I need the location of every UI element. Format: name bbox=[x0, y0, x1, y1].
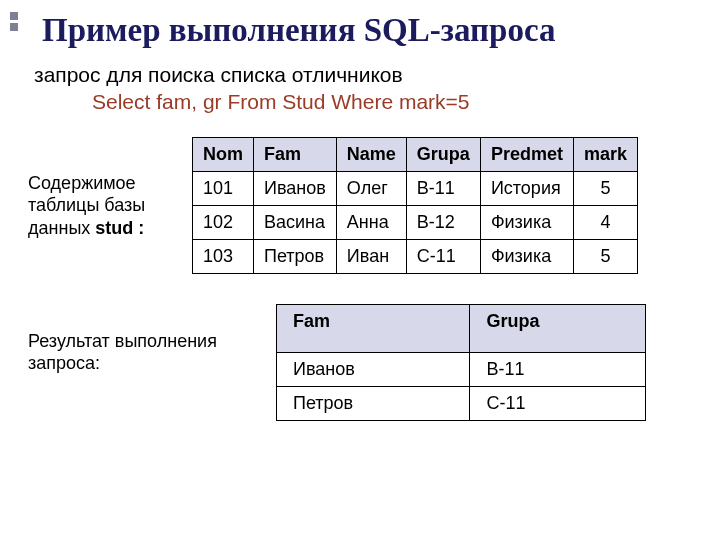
source-table: Nom Fam Name Grupa Predmet mark 101 Иван… bbox=[192, 137, 638, 274]
slide: Пример выполнения SQL-запроса запрос для… bbox=[0, 0, 720, 540]
table-header-row: Nom Fam Name Grupa Predmet mark bbox=[193, 137, 638, 171]
table-row: Иванов В-11 bbox=[277, 352, 646, 386]
result-block: Результат выполнения запроса: Fam Grupa … bbox=[28, 304, 692, 421]
source-label: Содержимое таблицы базы данных stud : bbox=[28, 172, 178, 240]
col-nom: Nom bbox=[193, 137, 254, 171]
col-grupa: Grupa bbox=[406, 137, 480, 171]
result-label: Результат выполнения запроса: bbox=[28, 330, 248, 375]
intro-text: запрос для поиска списка отличников bbox=[34, 62, 692, 88]
source-block: Содержимое таблицы базы данных stud : No… bbox=[28, 137, 692, 274]
table-row: 102 Васина Анна В-12 Физика 4 bbox=[193, 205, 638, 239]
source-label-line2: stud : bbox=[95, 218, 144, 238]
decor-bullets bbox=[10, 12, 24, 34]
col-predmet: Predmet bbox=[480, 137, 573, 171]
table-row: 103 Петров Иван С-11 Физика 5 bbox=[193, 239, 638, 273]
table-row: Петров С-11 bbox=[277, 386, 646, 420]
result-table: Fam Grupa Иванов В-11 Петров С-11 bbox=[276, 304, 646, 421]
table-header-row: Fam Grupa bbox=[277, 304, 646, 352]
slide-title: Пример выполнения SQL-запроса bbox=[42, 12, 692, 48]
col-fam: Fam bbox=[277, 304, 470, 352]
col-grupa: Grupa bbox=[470, 304, 646, 352]
intro-block: запрос для поиска списка отличников Sele… bbox=[34, 62, 692, 115]
table-row: 101 Иванов Олег В-11 История 5 bbox=[193, 171, 638, 205]
col-fam: Fam bbox=[254, 137, 337, 171]
sql-query: Select fam, gr From Stud Where mark=5 bbox=[92, 89, 692, 115]
col-name: Name bbox=[336, 137, 406, 171]
col-mark: mark bbox=[573, 137, 637, 171]
